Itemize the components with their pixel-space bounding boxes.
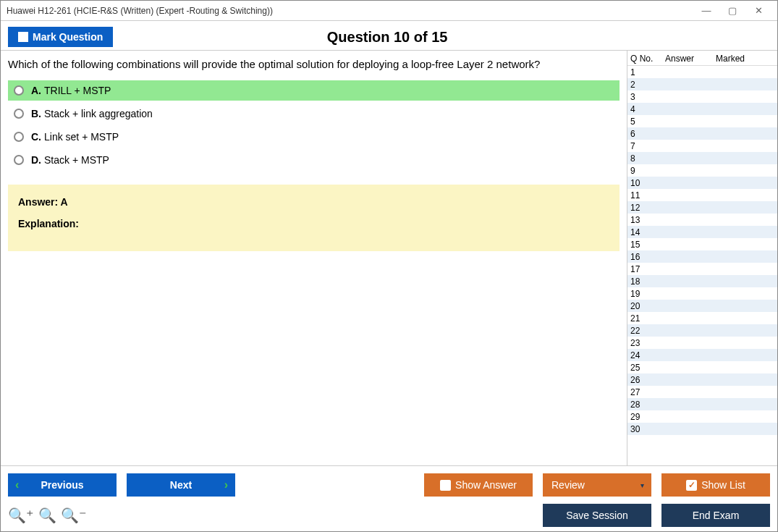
qlist-num: 5	[630, 117, 662, 127]
qlist-num: 12	[630, 203, 662, 213]
option-letter: B.	[31, 108, 41, 119]
checkbox-icon	[440, 480, 451, 491]
close-button[interactable]: ✕	[745, 1, 771, 20]
qlist-row[interactable]: 11	[627, 189, 777, 201]
end-exam-label: End Exam	[693, 510, 740, 521]
options-container: A. TRILL + MSTPB. Stack + link aggregati…	[8, 80, 620, 170]
qlist-num: 8	[630, 153, 662, 164]
qlist-header: Q No. Answer Marked	[627, 51, 777, 66]
qlist-row[interactable]: 13	[627, 214, 777, 226]
qlist-row[interactable]: 19	[627, 287, 777, 300]
qlist-row[interactable]: 2	[627, 78, 777, 90]
option-text: TRILL + MSTP	[44, 85, 111, 96]
option-letter: C.	[31, 131, 41, 143]
chevron-left-icon: ‹	[15, 478, 19, 491]
qlist-num: 19	[630, 289, 662, 299]
qlist-row[interactable]: 22	[627, 324, 777, 337]
previous-label: Previous	[41, 479, 83, 491]
option-B[interactable]: B. Stack + link aggregation	[8, 104, 620, 124]
qlist-row[interactable]: 30	[627, 423, 777, 435]
zoom-in-icon[interactable]: 🔍⁺	[8, 507, 34, 524]
qlist-num: 25	[630, 363, 662, 373]
next-button[interactable]: Next ›	[127, 473, 235, 497]
qlist-num: 13	[630, 215, 662, 225]
qlist-row[interactable]: 5	[627, 115, 777, 127]
review-dropdown[interactable]: Review ▾	[543, 473, 651, 497]
qlist-num: 23	[630, 338, 662, 348]
qlist-num: 1	[630, 67, 662, 77]
qlist-row[interactable]: 18	[627, 275, 777, 287]
qlist-row[interactable]: 17	[627, 263, 777, 275]
app-window: Huawei H12-261 (HCIE-R&S (Written) (Expe…	[0, 0, 778, 532]
question-panel: Which of the following combinations will…	[1, 51, 627, 465]
review-label: Review	[551, 479, 585, 491]
answer-line: Answer: A	[18, 196, 609, 208]
qlist-row[interactable]: 27	[627, 386, 777, 398]
radio-icon	[14, 109, 24, 119]
minimize-button[interactable]: —	[693, 1, 719, 20]
qlist-num: 3	[630, 92, 662, 102]
question-text: Which of the following combinations will…	[8, 58, 620, 70]
qlist-num: 28	[630, 400, 662, 410]
qlist-row[interactable]: 10	[627, 177, 777, 189]
window-title: Huawei H12-261 (HCIE-R&S (Written) (Expe…	[7, 6, 693, 16]
answer-box: Answer: A Explanation:	[8, 185, 620, 251]
qlist-row[interactable]: 24	[627, 349, 777, 361]
qlist-num: 4	[630, 104, 662, 114]
qlist-num: 6	[630, 129, 662, 139]
qlist-row[interactable]: 8	[627, 152, 777, 164]
checkbox-checked-icon: ✓	[686, 480, 697, 491]
footer-row-1: ‹ Previous Next › Show Answer Review ▾ ✓…	[8, 473, 770, 497]
question-counter: Question 10 of 15	[113, 29, 661, 46]
qlist-row[interactable]: 6	[627, 127, 777, 140]
qlist-row[interactable]: 14	[627, 226, 777, 238]
qlist-body[interactable]: 1234567891011121314151617181920212223242…	[627, 66, 777, 465]
option-letter: A.	[31, 85, 41, 96]
show-answer-button[interactable]: Show Answer	[424, 473, 533, 497]
radio-icon	[14, 85, 24, 96]
qlist-row[interactable]: 26	[627, 373, 777, 386]
option-D[interactable]: D. Stack + MSTP	[8, 150, 620, 170]
qlist-row[interactable]: 12	[627, 201, 777, 214]
previous-button[interactable]: ‹ Previous	[8, 473, 117, 497]
qlist-num: 2	[630, 80, 662, 90]
option-A[interactable]: A. TRILL + MSTP	[8, 80, 620, 101]
maximize-button[interactable]: ▢	[719, 1, 745, 20]
qlist-row[interactable]: 3	[627, 90, 777, 103]
qlist-row[interactable]: 29	[627, 410, 777, 423]
zoom-out-icon[interactable]: 🔍⁻	[61, 507, 87, 524]
qlist-num: 27	[630, 387, 662, 397]
qlist-row[interactable]: 4	[627, 103, 777, 115]
qlist-row[interactable]: 7	[627, 140, 777, 152]
qlist-row[interactable]: 25	[627, 361, 777, 373]
mark-question-button[interactable]: Mark Question	[8, 27, 113, 47]
qlist-num: 21	[630, 313, 662, 324]
qlist-num: 14	[630, 227, 662, 237]
qlist-num: 22	[630, 326, 662, 336]
qlist-num: 24	[630, 350, 662, 360]
qlist-num: 10	[630, 178, 662, 188]
titlebar: Huawei H12-261 (HCIE-R&S (Written) (Expe…	[1, 1, 777, 21]
qlist-row[interactable]: 28	[627, 398, 777, 410]
zoom-icon[interactable]: 🔍	[38, 507, 56, 524]
option-text: Stack + link aggregation	[44, 108, 153, 119]
footer: ‹ Previous Next › Show Answer Review ▾ ✓…	[1, 465, 777, 531]
option-C[interactable]: C. Link set + MSTP	[8, 127, 620, 147]
qlist-row[interactable]: 16	[627, 250, 777, 263]
qlist-num: 29	[630, 412, 662, 422]
question-list-panel: Q No. Answer Marked 12345678910111213141…	[627, 51, 777, 465]
save-session-button[interactable]: Save Session	[543, 504, 651, 527]
qlist-num: 30	[630, 424, 662, 434]
qlist-num: 18	[630, 276, 662, 287]
end-exam-button[interactable]: End Exam	[661, 504, 770, 527]
radio-icon	[14, 155, 24, 165]
qlist-row[interactable]: 20	[627, 300, 777, 312]
qlist-row[interactable]: 21	[627, 312, 777, 324]
qlist-row[interactable]: 23	[627, 337, 777, 349]
show-list-button[interactable]: ✓ Show List	[661, 473, 770, 497]
qlist-row[interactable]: 9	[627, 164, 777, 177]
qlist-row[interactable]: 15	[627, 238, 777, 250]
qlist-row[interactable]: 1	[627, 66, 777, 78]
radio-icon	[14, 132, 24, 142]
zoom-controls: 🔍⁺ 🔍 🔍⁻	[8, 507, 87, 524]
